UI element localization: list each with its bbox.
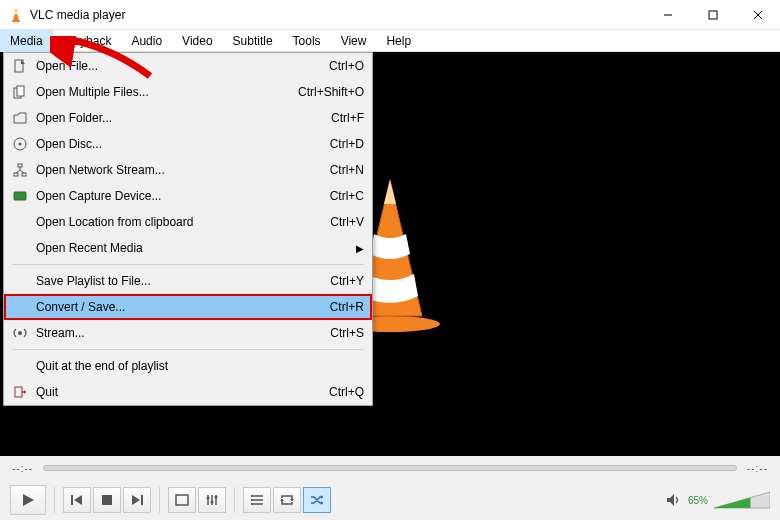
svg-rect-17	[18, 164, 22, 167]
svg-point-16	[19, 143, 22, 146]
quit-icon	[10, 385, 30, 399]
menu-item-shortcut: Ctrl+Y	[330, 274, 364, 288]
svg-marker-31	[74, 495, 82, 505]
svg-marker-50	[321, 495, 323, 499]
capture-icon	[10, 189, 30, 203]
svg-rect-32	[102, 495, 112, 505]
menu-item-label: Stream...	[36, 326, 330, 340]
extended-settings-button[interactable]	[198, 487, 226, 513]
menu-item-label: Open Capture Device...	[36, 189, 330, 203]
svg-point-46	[251, 499, 253, 501]
menu-item-label: Open Folder...	[36, 111, 331, 125]
svg-point-40	[211, 501, 214, 504]
menu-item-label: Convert / Save...	[36, 300, 330, 314]
svg-marker-49	[280, 499, 284, 501]
menu-item-open-network-stream[interactable]: Open Network Stream...Ctrl+N	[4, 157, 372, 183]
menu-item-label: Quit	[36, 385, 329, 399]
svg-rect-25	[15, 387, 22, 397]
menu-video[interactable]: Video	[172, 30, 222, 51]
separator	[54, 487, 55, 513]
menubar: MediaPlaybackAudioVideoSubtitleToolsView…	[0, 30, 780, 52]
svg-point-45	[251, 495, 253, 497]
svg-marker-48	[290, 499, 294, 501]
menu-item-shortcut: Ctrl+O	[329, 59, 364, 73]
file-icon	[10, 59, 30, 73]
menu-item-stream[interactable]: Stream...Ctrl+S	[4, 320, 372, 346]
volume-control: 65%	[666, 490, 770, 510]
menu-item-open-disc[interactable]: Open Disc...Ctrl+D	[4, 131, 372, 157]
svg-rect-2	[14, 12, 18, 14]
total-time: --:--	[747, 463, 768, 474]
svg-marker-29	[23, 494, 34, 506]
menu-separator	[12, 349, 364, 350]
play-button[interactable]	[10, 485, 46, 515]
next-button[interactable]	[123, 487, 151, 513]
seek-track[interactable]	[43, 465, 737, 471]
svg-point-39	[207, 497, 210, 500]
menu-item-shortcut: Ctrl+D	[330, 137, 364, 151]
minimize-button[interactable]	[645, 0, 690, 30]
svg-rect-35	[176, 495, 188, 505]
menu-item-label: Open Location from clipboard	[36, 215, 330, 229]
svg-point-47	[251, 503, 253, 505]
playlist-button[interactable]	[243, 487, 271, 513]
menu-item-save-playlist-to-file[interactable]: Save Playlist to File...Ctrl+Y	[4, 268, 372, 294]
close-button[interactable]	[735, 0, 780, 30]
menu-item-shortcut: Ctrl+F	[331, 111, 364, 125]
menu-media[interactable]: Media	[0, 30, 53, 51]
menu-help[interactable]: Help	[376, 30, 421, 51]
menu-separator	[12, 264, 364, 265]
elapsed-time: --:--	[12, 463, 33, 474]
previous-button[interactable]	[63, 487, 91, 513]
svg-marker-52	[667, 494, 674, 506]
menu-audio[interactable]: Audio	[121, 30, 172, 51]
menu-item-label: Save Playlist to File...	[36, 274, 330, 288]
svg-marker-10	[384, 180, 396, 204]
fullscreen-button[interactable]	[168, 487, 196, 513]
media-menu-dropdown: Open File...Ctrl+OOpen Multiple Files...…	[3, 52, 373, 406]
menu-item-convert-save[interactable]: Convert / Save...Ctrl+R	[4, 294, 372, 320]
menu-item-label: Open File...	[36, 59, 329, 73]
svg-point-41	[215, 496, 218, 499]
stream-icon	[10, 326, 30, 340]
svg-rect-18	[14, 173, 18, 176]
menu-playback[interactable]: Playback	[53, 30, 122, 51]
menu-item-open-folder[interactable]: Open Folder...Ctrl+F	[4, 105, 372, 131]
menu-tools[interactable]: Tools	[283, 30, 331, 51]
volume-slider[interactable]	[714, 490, 770, 510]
menu-item-quit[interactable]: QuitCtrl+Q	[4, 379, 372, 405]
mute-icon[interactable]	[666, 493, 682, 507]
svg-rect-1	[12, 20, 20, 22]
loop-button[interactable]	[273, 487, 301, 513]
volume-percent: 65%	[688, 495, 708, 506]
submenu-arrow-icon: ▶	[356, 243, 364, 254]
window-buttons	[645, 0, 780, 30]
menu-subtitle[interactable]: Subtitle	[223, 30, 283, 51]
menu-item-open-recent-media[interactable]: Open Recent Media▶	[4, 235, 372, 261]
menu-item-open-location-from-clipboard[interactable]: Open Location from clipboardCtrl+V	[4, 209, 372, 235]
svg-rect-34	[141, 495, 143, 505]
menu-item-open-file[interactable]: Open File...Ctrl+O	[4, 53, 372, 79]
shuffle-button[interactable]	[303, 487, 331, 513]
network-icon	[10, 163, 30, 177]
svg-marker-27	[24, 390, 26, 394]
menu-item-open-multiple-files[interactable]: Open Multiple Files...Ctrl+Shift+O	[4, 79, 372, 105]
menu-item-shortcut: Ctrl+R	[330, 300, 364, 314]
titlebar: VLC media player	[0, 0, 780, 30]
menu-view[interactable]: View	[331, 30, 377, 51]
svg-point-24	[18, 331, 22, 335]
menu-item-shortcut: Ctrl+Q	[329, 385, 364, 399]
menu-item-open-capture-device[interactable]: Open Capture Device...Ctrl+C	[4, 183, 372, 209]
svg-marker-33	[132, 495, 140, 505]
svg-rect-30	[71, 495, 73, 505]
menu-item-shortcut: Ctrl+S	[330, 326, 364, 340]
svg-rect-23	[14, 192, 26, 200]
menu-item-shortcut: Ctrl+V	[330, 215, 364, 229]
svg-rect-19	[22, 173, 26, 176]
stop-button[interactable]	[93, 487, 121, 513]
svg-rect-14	[17, 86, 24, 96]
maximize-button[interactable]	[690, 0, 735, 30]
menu-item-shortcut: Ctrl+N	[330, 163, 364, 177]
menu-item-quit-at-the-end-of-playlist[interactable]: Quit at the end of playlist	[4, 353, 372, 379]
menu-item-shortcut: Ctrl+C	[330, 189, 364, 203]
